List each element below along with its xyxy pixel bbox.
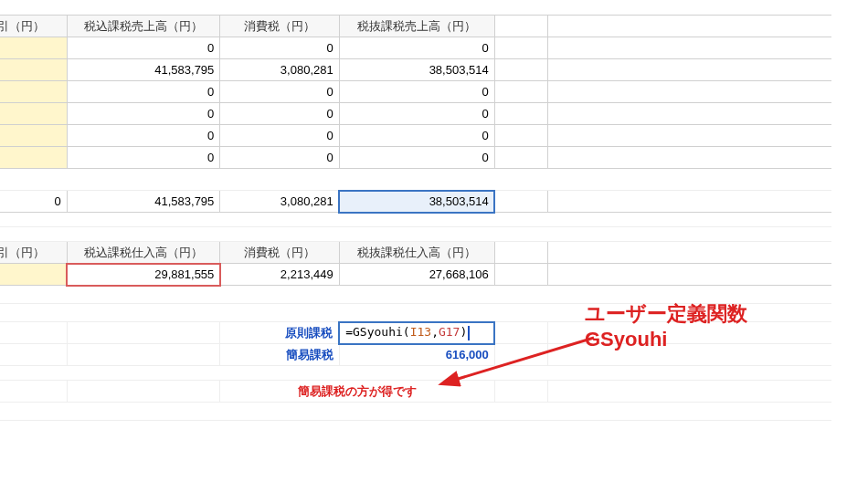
formula-editing-cell[interactable]: =GSyouhi(I13,G17)	[339, 322, 494, 344]
cell[interactable]	[0, 169, 67, 191]
cell[interactable]	[0, 227, 831, 242]
cell[interactable]: 0	[339, 37, 494, 59]
cell[interactable]	[0, 81, 67, 103]
cell[interactable]	[494, 322, 547, 344]
text-cursor	[468, 326, 470, 340]
col-header[interactable]: 取引（円）	[0, 16, 67, 37]
cell[interactable]	[67, 169, 220, 191]
kani-value[interactable]: 616,000	[339, 344, 494, 366]
annotation-line1: ユーザー定義関数	[585, 301, 747, 327]
cell[interactable]	[0, 37, 67, 59]
col-header[interactable]: 税抜課税仕入高（円）	[339, 242, 494, 264]
cell[interactable]	[494, 242, 547, 264]
cell[interactable]: 0	[67, 37, 220, 59]
col-header[interactable]: 税込課税仕入高（円）	[67, 242, 220, 264]
cell[interactable]: 0	[220, 125, 339, 147]
cell[interactable]	[547, 103, 831, 125]
cell[interactable]	[547, 169, 831, 191]
cell[interactable]: 0	[67, 81, 220, 103]
tip-message: 簡易課税の方が得です	[220, 381, 494, 403]
cell[interactable]: 0	[339, 147, 494, 169]
total-cell[interactable]: 3,080,281	[220, 191, 339, 213]
cell[interactable]	[494, 169, 547, 191]
cell[interactable]	[547, 59, 831, 81]
cell[interactable]	[547, 16, 831, 37]
cell[interactable]	[0, 125, 67, 147]
cell[interactable]: 41,583,795	[67, 59, 220, 81]
cell[interactable]: 0	[339, 125, 494, 147]
cell[interactable]	[494, 103, 547, 125]
formula-paren-close: )	[460, 325, 467, 339]
formula-comma: ,	[431, 325, 439, 339]
cell[interactable]	[494, 81, 547, 103]
cell[interactable]	[0, 213, 831, 227]
cell[interactable]	[494, 125, 547, 147]
cell[interactable]	[494, 344, 547, 366]
kani-label: 簡易課税	[220, 344, 339, 366]
cell[interactable]: 0	[220, 81, 339, 103]
cell[interactable]	[0, 403, 831, 421]
cell[interactable]	[339, 169, 494, 191]
cell[interactable]	[494, 59, 547, 81]
cell[interactable]	[0, 103, 67, 125]
cell[interactable]: 3,080,281	[220, 59, 339, 81]
cell[interactable]	[494, 16, 547, 37]
cell[interactable]: 0	[339, 81, 494, 103]
cell[interactable]	[547, 264, 831, 286]
cell[interactable]	[547, 37, 831, 59]
formula-arg1: I13	[410, 325, 431, 339]
cell[interactable]	[0, 366, 831, 381]
cell[interactable]: 38,503,514	[339, 59, 494, 81]
cell[interactable]: 0	[220, 147, 339, 169]
cell[interactable]	[494, 381, 547, 403]
formula-paren-open: (	[403, 325, 410, 339]
cell[interactable]	[547, 381, 831, 403]
annotation-callout: ユーザー定義関数 GSyouhi	[585, 301, 747, 351]
total-cell[interactable]: 41,583,795	[67, 191, 220, 213]
cell[interactable]	[0, 322, 67, 344]
cell[interactable]: 0	[67, 103, 220, 125]
cell[interactable]	[0, 147, 67, 169]
cell[interactable]	[547, 191, 831, 213]
cell[interactable]	[0, 264, 67, 286]
cell[interactable]	[67, 322, 220, 344]
formula-arg2: G17	[439, 325, 460, 339]
total-cell-selected[interactable]: 38,503,514	[339, 191, 494, 213]
cell[interactable]: 2,213,449	[220, 264, 339, 286]
total-cell[interactable]: 0	[0, 191, 67, 213]
annotation-line2: GSyouhi	[585, 327, 747, 352]
col-header[interactable]: 税込課税売上高（円）	[67, 16, 220, 37]
col-header[interactable]: 取引（円）	[0, 242, 67, 264]
cell[interactable]	[220, 169, 339, 191]
formula-fn-name: GSyouhi	[353, 325, 403, 339]
cell[interactable]	[547, 125, 831, 147]
cell[interactable]	[494, 191, 547, 213]
cell[interactable]	[494, 264, 547, 286]
gensoku-label: 原則課税	[220, 322, 339, 344]
cell[interactable]	[547, 147, 831, 169]
cell[interactable]	[67, 344, 220, 366]
col-header[interactable]: 税抜課税売上高（円）	[339, 16, 494, 37]
formula-eq: =	[345, 325, 353, 339]
cell[interactable]: 0	[67, 147, 220, 169]
col-header[interactable]: 消費税（円）	[220, 242, 339, 264]
cell[interactable]	[67, 381, 220, 403]
cell[interactable]	[547, 242, 831, 264]
cell[interactable]	[494, 37, 547, 59]
col-header[interactable]: 消費税（円）	[220, 16, 339, 37]
cell[interactable]: 0	[220, 103, 339, 125]
cell[interactable]	[0, 344, 67, 366]
cell[interactable]	[494, 147, 547, 169]
cell[interactable]: 0	[339, 103, 494, 125]
cell[interactable]: 0	[220, 37, 339, 59]
spreadsheet-grid[interactable]: 取引（円） 税込課税売上高（円） 消費税（円） 税抜課税売上高（円） 0 0 0…	[0, 15, 831, 421]
cell[interactable]: 0	[67, 125, 220, 147]
cell[interactable]	[547, 81, 831, 103]
cell[interactable]	[0, 59, 67, 81]
cell[interactable]	[0, 381, 67, 403]
cell-ref-highlight[interactable]: 29,881,555	[67, 264, 220, 286]
cell[interactable]: 27,668,106	[339, 264, 494, 286]
